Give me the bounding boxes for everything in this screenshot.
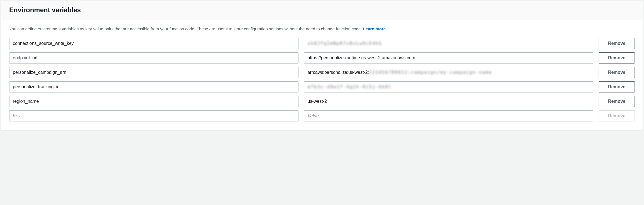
env-value-input-partial[interactable]: arn:aws:personalize:us-west-2:1234567890…	[304, 67, 593, 78]
remove-button[interactable]: Remove	[599, 67, 635, 78]
obscured-text: xk8Jfq2mNpR7vBzLw9cE4hG	[308, 41, 382, 46]
remove-button[interactable]: Remove	[599, 38, 635, 49]
partial-visible-text: arn:aws:personalize:us-west-2:	[308, 70, 369, 75]
env-key-input[interactable]	[9, 96, 298, 107]
env-key-input[interactable]	[9, 81, 298, 92]
env-key-input-empty[interactable]	[9, 110, 298, 121]
env-value-input-obscured[interactable]: a7b3c-d9e1f-4g2h-8i5j-6k0l	[304, 81, 593, 92]
env-description: You can define environment variables as …	[9, 26, 635, 32]
remove-button[interactable]: Remove	[599, 96, 635, 107]
env-value-input-empty[interactable]	[304, 110, 593, 121]
env-var-row: xk8Jfq2mNpR7vBzLw9cE4hG Remove	[9, 38, 635, 49]
env-key-input[interactable]	[9, 38, 298, 49]
env-var-row-empty: Remove	[9, 110, 635, 121]
env-var-row: Remove	[9, 96, 635, 107]
env-var-row: a7b3c-d9e1f-4g2h-8i5j-6k0l Remove	[9, 81, 635, 92]
obscured-text: 123456789012:campaign/my-campaign-name	[369, 70, 492, 75]
obscured-text: a7b3c-d9e1f-4g2h-8i5j-6k0l	[308, 84, 392, 89]
description-text: You can define environment variables as …	[9, 26, 363, 31]
remove-button-disabled: Remove	[599, 110, 635, 121]
remove-button[interactable]: Remove	[599, 81, 635, 92]
learn-more-link[interactable]: Learn more	[363, 26, 386, 31]
env-value-input[interactable]	[304, 52, 593, 64]
env-value-input-obscured[interactable]: xk8Jfq2mNpR7vBzLw9cE4hG	[304, 38, 593, 49]
env-key-input[interactable]	[9, 67, 298, 78]
remove-button[interactable]: Remove	[599, 52, 635, 64]
env-value-input[interactable]	[304, 96, 593, 107]
env-var-row: Remove	[9, 52, 635, 64]
env-key-input[interactable]	[9, 52, 298, 64]
env-var-row: arn:aws:personalize:us-west-2:1234567890…	[9, 67, 635, 78]
panel-title: Environment variables	[9, 6, 635, 14]
